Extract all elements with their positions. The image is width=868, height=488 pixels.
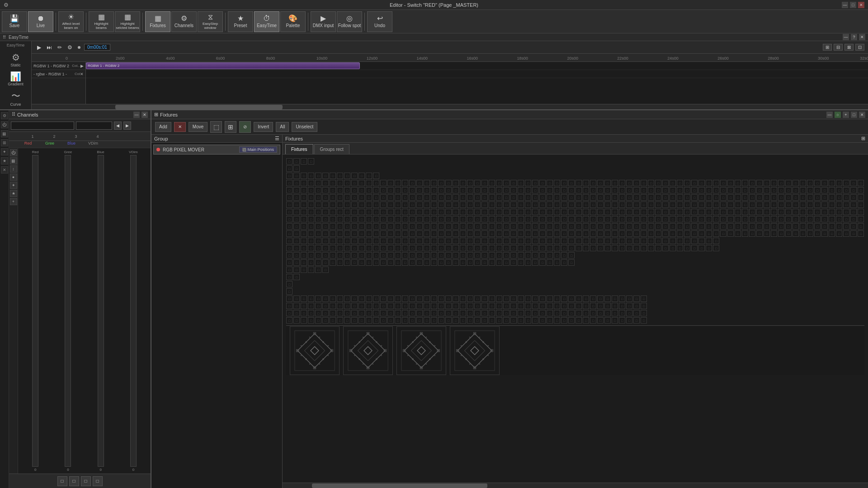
fix-cell[interactable]: □ [604,187,611,193]
fix-cell[interactable]: □ [359,310,365,316]
fix-cell[interactable]: □ [438,303,444,309]
fix-cell[interactable]: □ [359,252,365,258]
fix-cell[interactable]: □ [380,202,387,208]
fix-cell[interactable]: □ [764,202,770,208]
fix-cell[interactable]: □ [344,259,350,266]
fix-cell[interactable]: □ [402,180,408,186]
fix-cell[interactable]: □ [670,238,676,244]
fix-cell[interactable]: □ [756,194,763,201]
fix-cell[interactable]: □ [301,310,307,316]
fix-cell[interactable]: □ [677,209,683,215]
fix-cell[interactable]: □ [416,216,423,222]
fix-cell[interactable]: □ [474,303,481,309]
fix-cell[interactable]: □ [633,180,640,186]
fix-cell[interactable]: □ [467,245,473,251]
fix-cell[interactable]: □ [387,202,394,208]
fix-cell[interactable]: □ [301,245,307,251]
fix-cell[interactable]: □ [800,230,806,237]
fix-cell[interactable]: □ [829,230,835,237]
highlight-selected-button[interactable]: ▦ Highlight selcted beams [115,11,140,32]
fix-cell[interactable]: □ [322,180,329,186]
fix-cell[interactable]: □ [503,223,509,230]
fix-cell[interactable]: □ [460,310,466,316]
fix-cell[interactable]: □ [395,296,401,302]
channels-prev-button[interactable]: ◀ [114,122,122,130]
fix-cell[interactable]: □ [532,259,538,266]
fix-cell[interactable]: □ [590,238,596,244]
fix-cell[interactable]: □ [286,296,292,302]
fix-cell[interactable]: □ [453,303,459,309]
fix-cell[interactable]: □ [395,202,401,208]
fix-cell[interactable]: □ [315,202,321,208]
tab-fixtures[interactable]: Fixtures [285,144,313,154]
fix-cell[interactable]: □ [604,310,611,316]
fix-cell[interactable]: □ [293,180,300,186]
channels-button[interactable]: ⚙ Channels [171,11,197,32]
fix-cell[interactable]: □ [395,317,401,324]
fix-cell[interactable]: □ [807,223,813,230]
fix-cell[interactable]: □ [330,209,336,215]
fix-cell[interactable]: □ [793,187,799,193]
effect-curve[interactable]: 〜 Curve [2,89,29,108]
fix-cell[interactable]: □ [380,296,387,302]
fix-cell[interactable]: □ [409,238,415,244]
fix-cell[interactable]: □ [539,223,546,230]
fix-cell[interactable]: □ [402,223,408,230]
fix-cell[interactable]: □ [330,216,336,222]
fix-cell[interactable]: □ [814,194,821,201]
fix-cell[interactable]: □ [293,252,300,258]
fix-cell[interactable]: □ [568,194,575,201]
fix-cell[interactable]: □ [568,259,575,266]
fix-cell[interactable]: □ [518,187,524,193]
fix-cell[interactable]: □ [453,187,459,193]
fix-cell[interactable]: □ [619,216,625,222]
fix-cell[interactable]: □ [409,216,415,222]
fix-cell[interactable]: □ [561,194,567,201]
fix-cell[interactable]: □ [749,216,755,222]
fix-cell[interactable]: □ [583,209,589,215]
fix-cell[interactable]: □ [301,223,307,230]
fix-cell[interactable]: □ [554,296,560,302]
fix-cell[interactable]: □ [554,238,560,244]
fix-cell[interactable]: □ [648,230,654,237]
fix-cell[interactable]: □ [308,317,314,324]
fix-cell[interactable]: □ [706,202,712,208]
fix-cell[interactable]: □ [409,310,415,316]
fix-cell[interactable]: □ [735,194,741,201]
fix-cell[interactable]: □ [424,223,430,230]
fixture-icon-2[interactable] [343,326,393,375]
fix-cell[interactable]: □ [424,216,430,222]
fix-cell[interactable]: □ [662,238,669,244]
fix-cell[interactable]: □ [648,245,654,251]
fix-cell[interactable]: □ [467,202,473,208]
fix-cell[interactable]: □ [568,252,575,258]
live-button[interactable]: ⏺ Live [28,11,53,32]
fix-cell[interactable]: □ [641,187,647,193]
fix-cell[interactable]: □ [474,223,481,230]
fix-cell[interactable]: □ [286,173,292,179]
fix-cell[interactable]: □ [655,202,661,208]
fix-cell[interactable]: □ [322,303,329,309]
fix-cell[interactable]: □ [330,310,336,316]
fix-cell[interactable]: □ [337,259,343,266]
fix-cell[interactable]: □ [496,245,502,251]
fix-cell[interactable]: □ [460,303,466,309]
fix-cell[interactable]: □ [359,245,365,251]
fix-cell[interactable]: □ [351,216,358,222]
fix-cell[interactable]: □ [691,209,698,215]
fix-cell[interactable]: □ [554,303,560,309]
fix-cell[interactable]: □ [583,296,589,302]
fix-cell[interactable]: □ [727,223,734,230]
fix-cell[interactable]: □ [286,165,292,172]
fix-cell[interactable]: □ [409,180,415,186]
fix-cell[interactable]: □ [793,216,799,222]
minimize-button[interactable]: — [842,2,848,8]
fix-cell[interactable]: □ [503,202,509,208]
fix-cell[interactable]: □ [337,187,343,193]
fix-cell[interactable]: □ [438,187,444,193]
fix-cell[interactable]: □ [858,223,864,230]
fix-cell[interactable]: □ [821,209,828,215]
fix-cell[interactable]: □ [691,223,698,230]
fix-cell[interactable]: □ [402,216,408,222]
fix-cell[interactable]: □ [771,194,777,201]
